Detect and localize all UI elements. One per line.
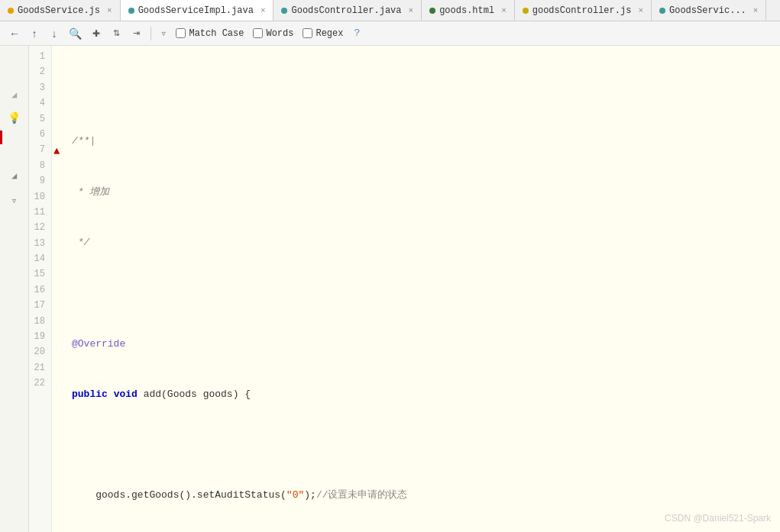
ln-4: 4 — [29, 95, 48, 111]
tab-bar: GoodsService.js × GoodsServiceImpl.java … — [0, 0, 780, 21]
tab-label: GoodsServiceImpl.java — [138, 5, 254, 16]
up-button[interactable]: ↑ — [26, 26, 43, 41]
toolbar: ← ↑ ↓ 🔍 ✚​​ ⇅ ⇥ ▿ Match Case Words Regex… — [0, 21, 780, 46]
ln-18: 18 — [29, 314, 48, 329]
fold-arrow-top[interactable]: ◢ — [11, 89, 17, 101]
code-line-4: */ — [72, 234, 774, 251]
line-numbers: 1 2 3 4 5 6 7 8 9 10 11 12 13 14 15 16 1… — [29, 46, 52, 532]
tab-close-icon[interactable]: × — [261, 6, 266, 15]
tab-label: GoodsService.js — [18, 5, 100, 16]
filter-icon: ▿ — [157, 25, 170, 41]
ln-11: 11 — [29, 205, 48, 220]
code-line-3: * 增加 — [72, 184, 774, 201]
ln-12: 12 — [29, 220, 48, 235]
code-line-8 — [72, 437, 774, 453]
tab-goodscontroller-js[interactable]: goodsController.js × — [515, 0, 652, 21]
tab-label: GoodsServic... — [669, 5, 746, 16]
code-line-7: public void add(Goods goods) { — [72, 386, 774, 403]
code-line-1 — [72, 82, 774, 99]
tab-close-icon[interactable]: × — [753, 6, 759, 15]
search-options: Match Case Words Regex ? — [176, 27, 360, 39]
tab-goodscontroller-java[interactable]: GoodsController.java × — [273, 0, 422, 21]
nav-button[interactable]: ⇅ — [108, 27, 125, 40]
code-line-9: goods.getGoods().setAuditStatus("0");//设… — [72, 487, 774, 504]
search-button[interactable]: 🔍 — [66, 26, 85, 41]
separator — [150, 27, 151, 40]
tab-dot — [659, 8, 665, 14]
ln-10: 10 — [29, 189, 48, 205]
match-case-option[interactable]: Match Case — [176, 28, 244, 39]
editor-window: GoodsService.js × GoodsServiceImpl.java … — [0, 0, 780, 532]
tab-label: goodsController.js — [532, 5, 632, 16]
ln-14: 14 — [29, 251, 48, 266]
up-arrow-indicator: ▲ — [53, 145, 60, 157]
gutter-icons: ◢ 💡 ◢ ▿ — [0, 46, 28, 207]
ln-8: 8 — [29, 158, 48, 173]
ln-2: 2 — [29, 64, 48, 79]
tab-goodsservice-js[interactable]: GoodsService.js × — [0, 0, 121, 21]
lightbulb-icon[interactable]: 💡 — [8, 111, 21, 124]
code-content[interactable]: /**| * 增加 */ @Override public void add(G… — [66, 46, 780, 532]
code-line-2: /**| — [72, 133, 774, 150]
code-line-5 — [72, 285, 774, 301]
fold-arrow-open[interactable]: ◢ — [11, 170, 17, 182]
watermark: CSDN @Daniel521-Spark — [665, 511, 771, 526]
gutter: ◢ 💡 ◢ ▿ — [0, 46, 29, 532]
code-line-6: @Override — [72, 336, 774, 353]
down-button[interactable]: ↓ — [46, 26, 63, 41]
ln-21: 21 — [29, 360, 48, 376]
help-icon[interactable]: ? — [354, 27, 360, 39]
tab-close-icon[interactable]: × — [107, 6, 112, 15]
words-checkbox[interactable] — [253, 28, 263, 38]
tab-goodsservic-extra[interactable]: GoodsServic... × — [652, 0, 766, 21]
ln-3: 3 — [29, 80, 48, 95]
ln-9: 9 — [29, 173, 48, 189]
tab-dot — [8, 8, 14, 14]
code-area[interactable]: 1 2 3 4 5 6 7 8 9 10 11 12 13 14 15 16 1… — [29, 46, 780, 532]
tab-dot — [281, 8, 287, 14]
error-indicator — [0, 131, 2, 144]
tab-label: goods.html — [439, 5, 494, 16]
regex-checkbox[interactable] — [303, 28, 312, 38]
match-case-label: Match Case — [189, 28, 244, 39]
side-indicators: ▲ — [52, 46, 66, 532]
regex-label: Regex — [316, 28, 343, 39]
expand-icon[interactable]: ▿ — [11, 194, 17, 207]
ln-7: 7 — [29, 142, 48, 157]
tab-close-icon[interactable]: × — [501, 6, 507, 15]
tab-label: GoodsController.java — [291, 5, 401, 16]
tab-goodsserviceimpl-java[interactable]: GoodsServiceImpl.java × — [121, 0, 274, 21]
ln-16: 16 — [29, 282, 48, 298]
regex-option[interactable]: Regex — [303, 28, 343, 39]
editor-area: ◢ 💡 ◢ ▿ 1 2 3 4 5 6 7 — [0, 46, 780, 532]
tab-dot — [523, 8, 529, 14]
back-button[interactable]: ← — [6, 26, 23, 41]
tab-dot — [128, 8, 134, 14]
match-case-checkbox[interactable] — [176, 28, 186, 38]
tab-goods-html[interactable]: goods.html × — [422, 0, 515, 21]
pin-button[interactable]: ✚​​ — [88, 27, 105, 40]
tab-dot — [429, 8, 435, 14]
ln-6: 6 — [29, 127, 48, 142]
nav2-button[interactable]: ⇥ — [128, 27, 144, 40]
ln-19: 19 — [29, 329, 48, 344]
ln-20: 20 — [29, 344, 48, 360]
words-option[interactable]: Words — [253, 28, 293, 39]
ln-22: 22 — [29, 376, 48, 391]
words-label: Words — [266, 28, 293, 39]
ln-1: 1 — [29, 49, 48, 64]
ln-13: 13 — [29, 236, 48, 251]
tab-close-icon[interactable]: × — [409, 6, 414, 15]
tab-close-icon[interactable]: × — [638, 6, 643, 15]
ln-5: 5 — [29, 111, 48, 127]
ln-17: 17 — [29, 298, 48, 313]
ln-15: 15 — [29, 266, 48, 282]
